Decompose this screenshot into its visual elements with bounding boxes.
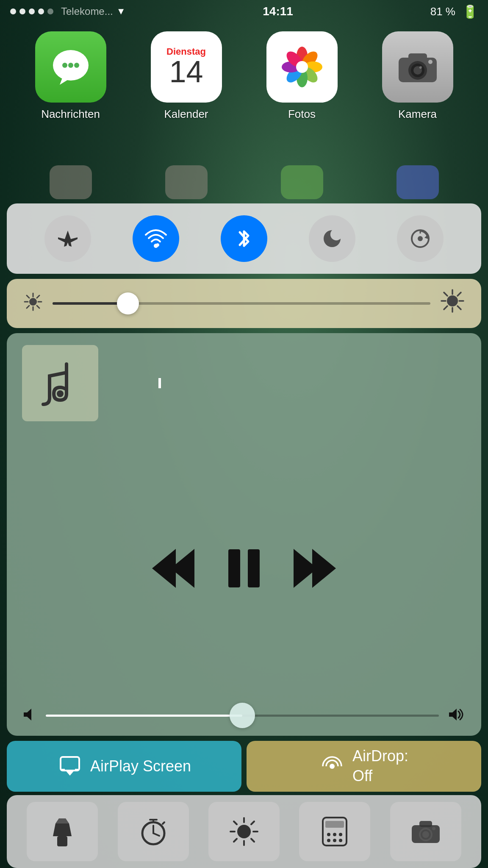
camera-icon xyxy=(382,31,453,103)
status-time: 14:11 xyxy=(263,5,293,18)
control-center: AirPlay Screen AirDrop: Off xyxy=(7,203,481,792)
svg-marker-54 xyxy=(55,818,69,823)
svg-line-43 xyxy=(444,306,447,309)
svg-marker-52 xyxy=(53,823,72,836)
music-progress-area xyxy=(108,345,466,383)
svg-rect-71 xyxy=(325,821,344,828)
svg-rect-79 xyxy=(419,821,432,827)
timer-button[interactable] xyxy=(118,802,189,861)
svg-line-42 xyxy=(458,292,461,296)
svg-point-82 xyxy=(432,827,435,830)
battery-percent: 81 % xyxy=(430,5,455,18)
app-calendar[interactable]: Dienstag 14 Kalender xyxy=(142,31,231,121)
svg-line-31 xyxy=(27,295,29,298)
battery-icon: 🔋 xyxy=(462,4,478,19)
svg-point-26 xyxy=(29,298,37,306)
app: Telekome... ▼ 14:11 81 % 🔋 Nachrichten xyxy=(0,0,488,868)
svg-line-60 xyxy=(163,822,164,824)
svg-marker-45 xyxy=(24,709,31,721)
brightness-min-icon xyxy=(24,292,42,315)
photos-icon xyxy=(266,31,338,103)
signal-dot-4 xyxy=(38,8,44,14)
svg-point-21 xyxy=(154,244,158,248)
svg-point-4 xyxy=(74,63,79,68)
rotation-lock-toggle[interactable] xyxy=(397,215,444,262)
rewind-button[interactable] xyxy=(152,549,194,588)
svg-rect-15 xyxy=(408,53,427,61)
partial-icon-1 xyxy=(50,165,92,199)
calculator-button[interactable] xyxy=(299,802,370,861)
svg-point-3 xyxy=(68,63,73,68)
bluetooth-toggle[interactable] xyxy=(221,215,267,262)
volume-slider[interactable] xyxy=(46,715,439,717)
toggles-panel xyxy=(7,203,481,274)
airplane-mode-toggle[interactable] xyxy=(44,215,91,262)
svg-rect-53 xyxy=(57,836,67,846)
airdrop-icon xyxy=(319,754,345,779)
status-right: 81 % 🔋 xyxy=(430,4,478,19)
partial-icon-4 xyxy=(396,165,439,199)
svg-line-32 xyxy=(37,306,39,308)
svg-point-73 xyxy=(333,833,336,836)
svg-marker-1 xyxy=(60,78,71,85)
svg-point-19 xyxy=(419,66,422,69)
flashlight-button[interactable] xyxy=(27,802,98,861)
volume-max-icon xyxy=(447,707,466,724)
do-not-disturb-toggle[interactable] xyxy=(309,215,355,262)
svg-point-13 xyxy=(296,61,308,73)
airdrop-label-line2: Off xyxy=(352,766,372,786)
pause-button[interactable] xyxy=(228,549,260,587)
fastforward-button[interactable] xyxy=(294,549,336,588)
brightness-panel xyxy=(7,279,481,328)
music-controls xyxy=(22,549,466,588)
wifi-toggle[interactable] xyxy=(133,215,179,262)
app-camera[interactable]: Kamera xyxy=(373,31,462,121)
camera2-button[interactable] xyxy=(390,802,461,861)
svg-line-68 xyxy=(251,821,254,824)
quick-actions-panel xyxy=(7,795,481,868)
svg-point-61 xyxy=(237,825,251,838)
airdrop-label-wrap: AirDrop: Off xyxy=(352,746,408,786)
messages-icon xyxy=(35,31,106,103)
app-photos[interactable]: Fotos xyxy=(258,31,347,121)
svg-point-24 xyxy=(418,236,423,241)
svg-line-66 xyxy=(234,821,237,824)
svg-point-44 xyxy=(57,390,64,397)
svg-line-67 xyxy=(251,839,254,842)
signal-dot-1 xyxy=(10,8,16,14)
svg-point-72 xyxy=(327,833,330,836)
app-messages[interactable]: Nachrichten xyxy=(26,31,115,121)
airdrop-button[interactable]: AirDrop: Off xyxy=(247,741,481,792)
signal-dot-5 xyxy=(47,8,53,14)
album-art xyxy=(22,345,98,421)
svg-point-74 xyxy=(339,833,342,836)
partial-icon-2 xyxy=(165,165,208,199)
network-type-icon: ▼ xyxy=(116,6,126,17)
calendar-label: Kalender xyxy=(164,108,208,121)
svg-point-76 xyxy=(333,839,336,842)
brightness-max-icon xyxy=(441,289,464,318)
brightness-slider[interactable] xyxy=(53,302,430,305)
music-panel xyxy=(7,333,481,736)
airplay-button[interactable]: AirPlay Screen xyxy=(7,741,241,792)
signal-dot-2 xyxy=(19,8,25,14)
svg-line-69 xyxy=(234,839,237,842)
calendar-day: 14 xyxy=(169,56,203,87)
status-bar: Telekome... ▼ 14:11 81 % 🔋 xyxy=(0,0,488,23)
svg-line-34 xyxy=(27,306,29,308)
music-top xyxy=(22,345,466,421)
svg-point-2 xyxy=(62,63,67,68)
airplay-icon xyxy=(57,754,83,779)
svg-point-20 xyxy=(428,60,433,64)
svg-point-81 xyxy=(422,831,429,838)
signal-dot-3 xyxy=(29,8,35,14)
air-row: AirPlay Screen AirDrop: Off xyxy=(7,741,481,792)
svg-line-57 xyxy=(153,833,159,836)
volume-min-icon xyxy=(22,707,37,724)
camera-label: Kamera xyxy=(398,108,437,121)
partial-icon-3 xyxy=(281,165,323,199)
nightshift-button[interactable] xyxy=(208,802,280,861)
home-icons-row1: Nachrichten Dienstag 14 Kalender xyxy=(0,23,488,167)
svg-line-40 xyxy=(444,292,447,296)
svg-line-33 xyxy=(37,295,39,298)
